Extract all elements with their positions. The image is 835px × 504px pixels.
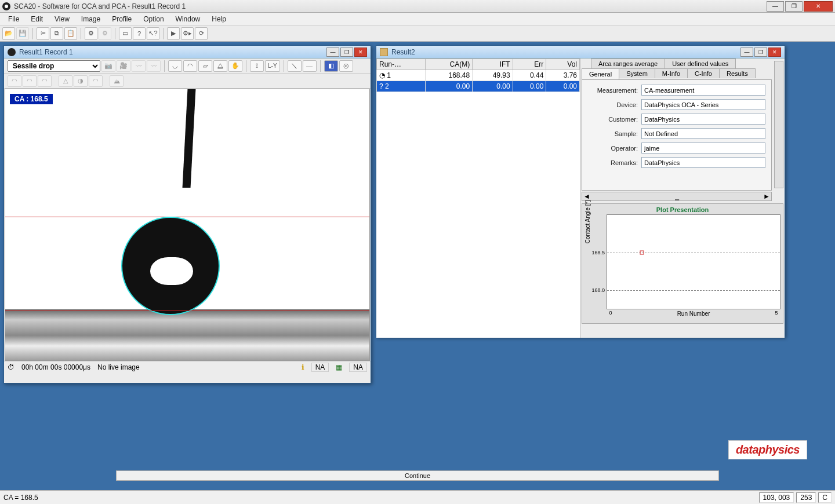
capture-icon[interactable]: 🎥 — [117, 60, 130, 72]
brush2-icon[interactable]: 〰 — [147, 60, 161, 72]
status-zoom: 253 — [796, 492, 816, 503]
arc-a-icon[interactable]: ◠ — [8, 75, 21, 87]
scroll-thumb[interactable]: ⎯ — [675, 192, 679, 200]
menu-help[interactable]: Help — [206, 14, 232, 24]
separator — [246, 60, 246, 72]
label-operator: Operator: — [588, 145, 638, 152]
flash-icon[interactable]: ⧋ — [213, 60, 227, 72]
target-icon[interactable]: ◎ — [339, 60, 353, 72]
needle-silhouette — [183, 89, 196, 188]
drop-silhouette — [121, 217, 220, 315]
help-icon[interactable]: ? — [133, 27, 146, 40]
hline-icon[interactable]: — — [303, 60, 317, 72]
result1-minimize-button[interactable]: — — [326, 48, 339, 57]
col-vol[interactable]: Vol — [546, 59, 580, 70]
scroll-right-icon[interactable]: ► — [763, 192, 770, 200]
input-remarks[interactable] — [641, 157, 765, 168]
input-customer[interactable] — [641, 114, 765, 125]
run-icon[interactable]: ▶ — [167, 27, 180, 40]
menu-window[interactable]: Window — [170, 14, 206, 24]
camera-icon[interactable]: 📷 — [101, 60, 115, 72]
gear2-icon[interactable]: ⚙ — [99, 27, 111, 40]
status-na1: NA — [311, 363, 329, 372]
tab-general[interactable]: General — [582, 68, 619, 79]
tab-user[interactable]: User defined values — [665, 59, 736, 68]
col-err[interactable]: Err — [513, 59, 546, 70]
copy-icon[interactable]: ⧉ — [50, 27, 63, 40]
plot-xtick: 5 — [775, 310, 778, 316]
tri-c-icon[interactable]: ◠ — [89, 75, 103, 87]
result2-titlebar[interactable]: Result2 — ❐ ✕ — [376, 46, 785, 59]
arc-c-icon[interactable]: ◠ — [38, 75, 52, 87]
status-ca: CA = 168.5 — [3, 494, 38, 502]
cell-err: 0.00 — [513, 81, 546, 92]
drop-mode-select[interactable]: Sessile drop — [8, 60, 100, 72]
plot-ylabel: Contact Angle [°] — [584, 200, 591, 244]
menu-edit[interactable]: Edit — [25, 14, 49, 24]
plot-canvas[interactable]: Contact Angle [°] 168.5 168.0 0 5 — [607, 214, 780, 309]
plot-gridline — [607, 253, 780, 253]
table-row[interactable]: ? 20.000.000.000.00 — [377, 81, 580, 92]
ly-button[interactable]: L-Y — [265, 60, 280, 72]
arc-b-icon[interactable]: ◠ — [23, 75, 37, 87]
line-icon[interactable]: ＼ — [288, 60, 302, 72]
close-button[interactable]: ✕ — [804, 1, 833, 12]
input-operator[interactable] — [641, 143, 765, 154]
paste-icon[interactable]: 📋 — [64, 27, 77, 40]
result1-maximize-button[interactable]: ❐ — [340, 48, 353, 57]
result2-close-button[interactable]: ✕ — [768, 48, 781, 57]
table-row[interactable]: ◔ 1168.4849.930.443.76 — [377, 70, 580, 81]
input-device[interactable] — [641, 99, 765, 110]
pointer-help-icon[interactable]: ↖? — [147, 27, 159, 40]
vertical-scrollbar[interactable] — [774, 61, 783, 188]
scroll-left-icon[interactable]: ◄ — [583, 192, 590, 200]
col-ift[interactable]: IFT — [473, 59, 513, 70]
arc2-icon[interactable]: ◠ — [183, 60, 197, 72]
shape-icon[interactable]: ◧ — [324, 60, 338, 72]
doc-icon[interactable]: ▭ — [119, 27, 132, 40]
save-icon[interactable]: 💾 — [16, 27, 29, 40]
minimize-button[interactable]: — — [767, 1, 784, 12]
maximize-button[interactable]: ❐ — [785, 1, 803, 12]
table-header-row: Run-… CA(M) IFT Err Vol — [377, 59, 580, 70]
open-icon[interactable]: 📂 — [2, 27, 15, 40]
col-cam[interactable]: CA(M) — [425, 59, 472, 70]
tab-system[interactable]: System — [619, 68, 655, 78]
result2-maximize-button[interactable]: ❐ — [754, 48, 767, 57]
cut-icon[interactable]: ✂ — [37, 27, 49, 40]
menu-file[interactable]: File — [2, 14, 25, 24]
menu-option[interactable]: Option — [137, 14, 169, 24]
package-icon — [380, 48, 388, 56]
image-view[interactable]: CA : 168.5 — [5, 89, 370, 361]
brush-icon[interactable]: 〰 — [132, 60, 146, 72]
gear-icon[interactable]: ⚙ — [85, 27, 97, 40]
arc-icon[interactable]: ◡ — [168, 60, 182, 72]
menu-image[interactable]: Image — [75, 14, 106, 24]
col-run[interactable]: Run-… — [377, 59, 426, 70]
hand-icon[interactable]: ✋ — [228, 60, 242, 72]
input-measurement[interactable] — [641, 85, 765, 96]
settings-icon[interactable]: ⚙▸ — [181, 27, 194, 40]
result1-titlebar[interactable]: Result1 Record 1 — ❐ ✕ — [4, 46, 371, 59]
result1-close-button[interactable]: ✕ — [354, 48, 367, 57]
arc3-icon[interactable]: ▱ — [198, 60, 212, 72]
tri-b-icon[interactable]: ◑ — [74, 75, 88, 87]
baseline-top — [5, 217, 369, 217]
tab-arca[interactable]: Arca ranges average — [591, 59, 665, 68]
input-sample[interactable] — [641, 128, 765, 139]
continue-button[interactable]: Continue — [116, 470, 719, 481]
window-result2: Result2 — ❐ ✕ Run-… CA(M) IFT Err — [376, 45, 785, 337]
menu-profile[interactable]: Profile — [106, 14, 137, 24]
results-table-area[interactable]: Run-… CA(M) IFT Err Vol ◔ 1168.4849.930.… — [376, 59, 580, 338]
horizontal-scrollbar[interactable]: ◄⎯► — [582, 192, 772, 201]
tab-cinfo[interactable]: C-Info — [687, 68, 720, 78]
refresh-icon[interactable]: ⟳ — [195, 27, 208, 40]
info-icon: ℹ — [302, 363, 304, 371]
tab-minfo[interactable]: M-Info — [655, 68, 688, 78]
landscape-icon[interactable]: ⛰ — [110, 75, 124, 87]
tri-a-icon[interactable]: △ — [59, 75, 72, 87]
ruler-icon[interactable]: ⟟ — [250, 60, 264, 72]
result2-minimize-button[interactable]: — — [740, 48, 753, 57]
tab-results[interactable]: Results — [719, 68, 756, 78]
menu-view[interactable]: View — [49, 14, 75, 24]
